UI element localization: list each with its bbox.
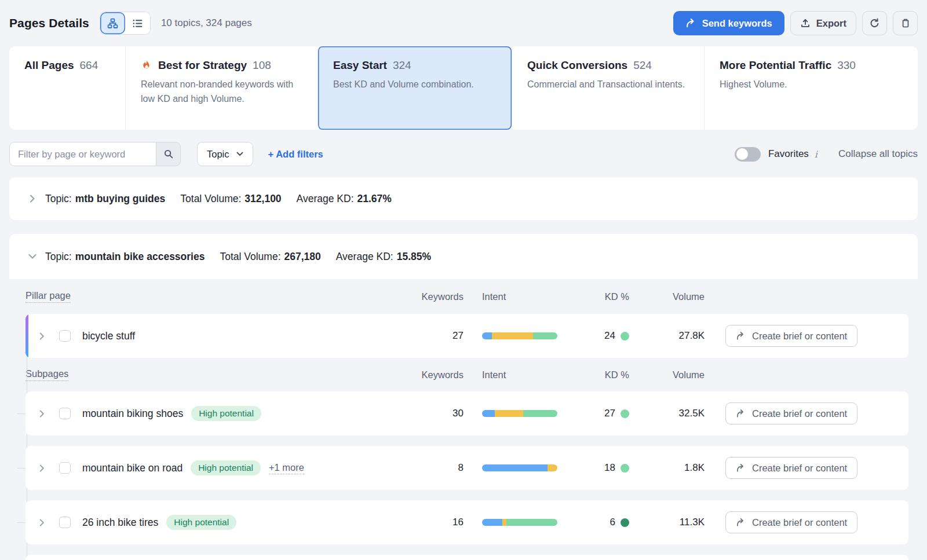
top-bar: Pages Details	[9, 0, 918, 46]
tree-view-button[interactable]	[100, 12, 125, 34]
tab-count: 664	[80, 59, 98, 72]
toggle-knob	[736, 148, 748, 160]
row-checkbox[interactable]	[59, 517, 71, 528]
create-brief-label: Create brief or content	[752, 331, 847, 342]
topic-name: mountain bike accessories	[75, 251, 205, 263]
create-brief-button[interactable]: Create brief or content	[725, 325, 857, 347]
chevron-right-icon[interactable]	[35, 461, 49, 475]
chevron-right-icon[interactable]	[35, 515, 49, 529]
favorites-label: Favorites	[768, 148, 809, 160]
keywords-count: 30	[411, 408, 464, 419]
tab-count: 324	[393, 59, 411, 72]
volume-value: 27.8K	[641, 330, 705, 342]
topics-pages-summary: 10 topics, 324 pages	[161, 17, 252, 29]
topic-summary-text: Topic: mountain bike accessories Total V…	[45, 251, 431, 263]
tab-count: 330	[837, 59, 856, 72]
list-view-button[interactable]	[125, 12, 150, 34]
send-arrow-icon	[736, 409, 746, 419]
kd-dot	[621, 332, 629, 341]
table-row-subpage: mountain biking shoes High potential 30 …	[25, 391, 908, 435]
topic-card-mtb-buying-guides: Topic: mtb buying guides Total Volume: 3…	[9, 177, 918, 220]
tab-description: Commercial and Transactional intents.	[527, 78, 689, 92]
filter-bar: Topic + Add filters Favorites i Collapse…	[9, 141, 918, 167]
chevron-down-icon[interactable]	[25, 250, 39, 263]
tab-quick-conversions[interactable]: Quick Conversions 524 Commercial and Tra…	[512, 46, 704, 130]
search-group	[9, 142, 181, 166]
tab-label: More Potential Traffic	[720, 59, 831, 72]
subpages-header-row: Subpages Keywords Intent KD % Volume	[25, 358, 908, 391]
row-checkbox[interactable]	[59, 408, 71, 419]
list-icon	[132, 18, 143, 29]
export-button[interactable]: Export	[790, 11, 856, 35]
kd-dot	[621, 409, 629, 418]
pillar-page-header-row: Pillar page Keywords Intent KD % Volume	[25, 279, 908, 314]
tab-description: Best KD and Volume combination.	[333, 78, 497, 92]
create-brief-button[interactable]: Create brief or content	[725, 402, 857, 424]
collapse-all-topics-link[interactable]: Collapse all topics	[838, 148, 918, 160]
topic-name: mtb buying guides	[75, 193, 166, 205]
intent-bar	[482, 410, 557, 417]
tab-count: 108	[253, 59, 271, 72]
tab-best-for-strategy[interactable]: Best for Strategy 108 Relevant non-brand…	[125, 46, 317, 130]
create-brief-label: Create brief or content	[752, 463, 847, 474]
tab-label: All Pages	[24, 59, 74, 72]
tab-label: Quick Conversions	[527, 59, 627, 72]
create-brief-label: Create brief or content	[752, 517, 847, 528]
page-name: mountain biking shoes	[82, 408, 183, 420]
topic-header[interactable]: Topic: mtb buying guides Total Volume: 3…	[9, 177, 918, 220]
tab-all-pages[interactable]: All Pages 664	[9, 46, 125, 130]
chevron-right-icon[interactable]	[35, 407, 49, 420]
export-label: Export	[816, 18, 846, 29]
topic-prefix: Topic:	[45, 193, 72, 205]
volume-column-header: Volume	[641, 369, 705, 380]
page-name: bicycle stuff	[82, 330, 135, 342]
high-potential-badge: High potential	[191, 406, 261, 421]
favorites-toggle[interactable]	[735, 147, 761, 162]
info-icon[interactable]: i	[815, 149, 817, 160]
refresh-icon	[869, 18, 880, 29]
create-brief-label: Create brief or content	[752, 408, 847, 419]
keywords-count: 8	[411, 462, 464, 474]
topic-header[interactable]: Topic: mountain bike accessories Total V…	[9, 234, 918, 279]
tab-count: 524	[633, 59, 652, 72]
send-arrow-icon	[736, 463, 746, 473]
total-volume-label: Total Volume:	[220, 251, 280, 263]
chevron-right-icon[interactable]	[25, 192, 39, 206]
keywords-count: 16	[411, 517, 464, 528]
topic-filter-dropdown[interactable]: Topic	[197, 142, 253, 166]
create-brief-button[interactable]: Create brief or content	[725, 457, 857, 479]
send-keywords-label: Send keywords	[702, 18, 772, 29]
page-name: mountain bike on road	[82, 462, 183, 474]
send-keywords-button[interactable]: Send keywords	[673, 11, 784, 35]
more-badges-link[interactable]: +1 more	[269, 462, 304, 474]
high-potential-badge: High potential	[166, 515, 236, 530]
topic-dropdown-label: Topic	[207, 149, 229, 160]
chevron-right-icon[interactable]	[35, 329, 49, 343]
table-row-subpage: 26 inch bike tires High potential 16 6 1…	[25, 500, 908, 544]
volume-value: 32.5K	[641, 408, 705, 419]
kd-value: 27	[604, 408, 615, 419]
search-button[interactable]	[156, 142, 181, 166]
refresh-button[interactable]	[862, 11, 887, 35]
average-kd-label: Average KD:	[297, 193, 354, 205]
volume-value: 1.8K	[641, 462, 705, 474]
row-checkbox[interactable]	[59, 330, 71, 342]
tab-more-potential-traffic[interactable]: More Potential Traffic 330 Highest Volum…	[704, 46, 918, 130]
kd-column-header: KD %	[581, 369, 629, 380]
sitemap-icon	[107, 18, 118, 29]
keywords-count: 27	[411, 330, 464, 342]
search-input[interactable]	[9, 142, 156, 166]
kd-dot	[621, 518, 629, 527]
row-checkbox[interactable]	[59, 462, 71, 474]
topic-prefix: Topic:	[45, 251, 72, 263]
chevron-down-icon	[236, 152, 243, 156]
intent-bar	[482, 519, 557, 526]
create-brief-button[interactable]: Create brief or content	[725, 511, 857, 533]
pillar-accent-bar	[25, 314, 28, 358]
tab-label: Best for Strategy	[158, 59, 247, 72]
keywords-column-header: Keywords	[411, 291, 464, 302]
tab-easy-start[interactable]: Easy Start 324 Best KD and Volume combin…	[317, 46, 512, 130]
pillar-page-column-header: Pillar page	[25, 290, 71, 303]
delete-button[interactable]	[893, 11, 918, 35]
add-filters-link[interactable]: + Add filters	[268, 149, 323, 160]
